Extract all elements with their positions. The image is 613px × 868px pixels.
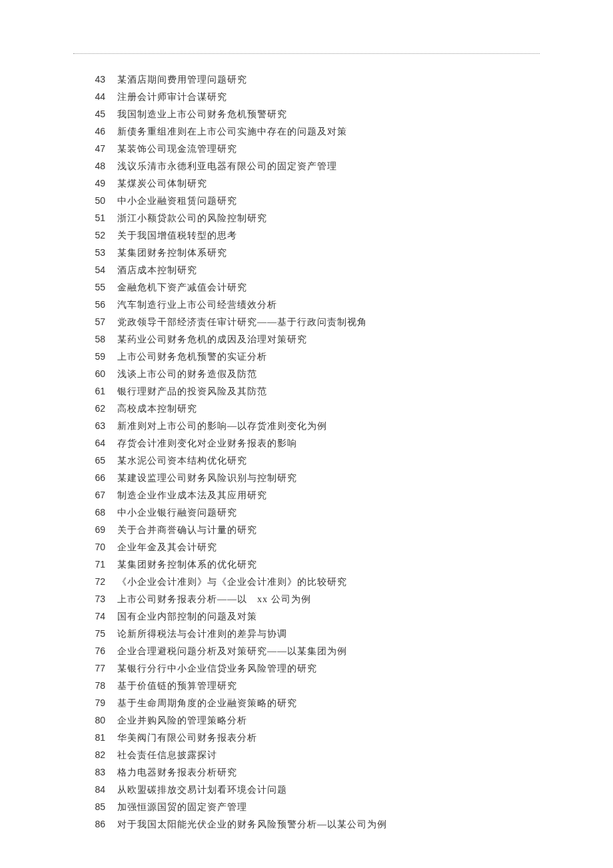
list-item: 60浅谈上市公司的财务造假及防范	[73, 365, 540, 382]
item-title: 某集团财务控制体系研究	[117, 244, 540, 262]
list-item: 80企业并购风险的管理策略分析	[73, 711, 540, 729]
item-number: 73	[73, 590, 117, 608]
list-item: 67制造企业作业成本法及其应用研究	[73, 486, 540, 504]
list-item: 51浙江小额贷款公司的风险控制研究	[73, 209, 540, 226]
item-title: 关于合并商誉确认与计量的研究	[117, 522, 540, 539]
list-item: 70企业年金及其会计研究	[73, 538, 540, 556]
item-number: 56	[73, 296, 117, 313]
item-number: 75	[73, 625, 117, 642]
item-number: 57	[73, 313, 117, 330]
item-title: 浙江小额贷款公司的风险控制研究	[117, 210, 540, 227]
list-item: 85加强恒源国贸的固定资产管理	[73, 798, 540, 815]
item-title: 上市公司财务报表分析――以 xx 公司为例	[117, 591, 540, 608]
item-number: 76	[73, 642, 117, 659]
item-number: 69	[73, 521, 117, 538]
item-title: 华美阀门有限公司财务报表分析	[117, 729, 540, 747]
list-item: 52关于我国增值税转型的思考	[73, 226, 540, 244]
item-title: 我国制造业上市公司财务危机预警研究	[117, 106, 540, 123]
item-title: 企业合理避税问题分析及对策研究——以某集团为例	[117, 643, 540, 660]
item-number: 81	[73, 729, 117, 746]
item-title: 存货会计准则变化对企业财务报表的影响	[117, 435, 540, 452]
list-item: 57党政领导干部经济责任审计研究——基于行政问责制视角	[73, 313, 540, 330]
list-item: 49某煤炭公司体制研究	[73, 175, 540, 192]
item-title: 企业年金及其会计研究	[117, 539, 540, 556]
item-number: 62	[73, 400, 117, 417]
item-number: 60	[73, 365, 117, 382]
list-item: 50中小企业融资租赁问题研究	[73, 192, 540, 209]
item-title: 注册会计师审计合谋研究	[117, 89, 540, 106]
item-number: 68	[73, 504, 117, 521]
item-title: 银行理财产品的投资风险及其防范	[117, 383, 540, 400]
item-title: 对于我国太阳能光伏企业的财务风险预警分析—以某公司为例	[117, 816, 540, 833]
item-title: 新准则对上市公司的影响—以存货准则变化为例	[117, 418, 540, 435]
item-title: 中小企业融资租赁问题研究	[117, 193, 540, 210]
item-title: 企业并购风险的管理策略分析	[117, 712, 540, 729]
item-title: 某煤炭公司体制研究	[117, 175, 540, 193]
item-number: 48	[73, 157, 117, 175]
item-number: 67	[73, 486, 117, 504]
item-number: 79	[73, 694, 117, 711]
item-title: 从欧盟碳排放交易计划看环境会计问题	[117, 781, 540, 799]
list-item: 44注册会计师审计合谋研究	[73, 88, 540, 105]
list-item: 86对于我国太阳能光伏企业的财务风险预警分析—以某公司为例	[73, 815, 540, 833]
item-number: 53	[73, 244, 117, 261]
item-number: 51	[73, 209, 117, 226]
list-item: 53某集团财务控制体系研究	[73, 244, 540, 261]
item-title: 某水泥公司资本结构优化研究	[117, 452, 540, 470]
topic-list: 43某酒店期间费用管理问题研究44注册会计师审计合谋研究45我国制造业上市公司财…	[73, 71, 540, 833]
item-title: 浅议乐清市永德利亚电器有限公司的固定资产管理	[117, 158, 540, 175]
list-item: 82社会责任信息披露探讨	[73, 746, 540, 763]
item-number: 83	[73, 763, 117, 781]
item-title: 关于我国增值税转型的思考	[117, 227, 540, 244]
list-item: 76企业合理避税问题分析及对策研究——以某集团为例	[73, 642, 540, 659]
item-number: 47	[73, 140, 117, 157]
item-number: 46	[73, 123, 117, 140]
item-title: 社会责任信息披露探讨	[117, 747, 540, 764]
item-title: 论新所得税法与会计准则的差异与协调	[117, 626, 540, 643]
item-number: 71	[73, 556, 117, 573]
item-title: 某酒店期间费用管理问题研究	[117, 71, 540, 89]
item-number: 64	[73, 434, 117, 452]
list-item: 75论新所得税法与会计准则的差异与协调	[73, 625, 540, 642]
item-number: 66	[73, 469, 117, 486]
item-title: 制造企业作业成本法及其应用研究	[117, 487, 540, 504]
item-number: 65	[73, 452, 117, 469]
item-number: 85	[73, 798, 117, 815]
list-item: 64存货会计准则变化对企业财务报表的影响	[73, 434, 540, 452]
item-title: 浅谈上市公司的财务造假及防范	[117, 366, 540, 383]
item-number: 63	[73, 417, 117, 434]
list-item: 43某酒店期间费用管理问题研究	[73, 71, 540, 88]
item-title: 新债务重组准则在上市公司实施中存在的问题及对策	[117, 123, 540, 141]
list-item: 68中小企业银行融资问题研究	[73, 504, 540, 521]
item-title: 某建设监理公司财务风险识别与控制研究	[117, 470, 540, 487]
list-item: 46新债务重组准则在上市公司实施中存在的问题及对策	[73, 123, 540, 140]
item-title: 上市公司财务危机预警的实证分析	[117, 348, 540, 366]
item-title: 某装饰公司现金流管理研究	[117, 141, 540, 158]
list-item: 65某水泥公司资本结构优化研究	[73, 452, 540, 469]
item-number: 52	[73, 226, 117, 244]
item-title: 党政领导干部经济责任审计研究——基于行政问责制视角	[117, 314, 540, 331]
item-title: 某集团财务控制体系的优化研究	[117, 556, 540, 574]
item-number: 45	[73, 105, 117, 123]
item-title: 某药业公司财务危机的成因及治理对策研究	[117, 331, 540, 348]
item-title: 某银行分行中小企业信贷业务风险管理的研究	[117, 660, 540, 677]
list-item: 79基于生命周期角度的企业融资策略的研究	[73, 694, 540, 711]
item-title: 酒店成本控制研究	[117, 262, 540, 279]
item-number: 86	[73, 815, 117, 833]
list-item: 84从欧盟碳排放交易计划看环境会计问题	[73, 781, 540, 798]
list-item: 71某集团财务控制体系的优化研究	[73, 556, 540, 573]
list-item: 69关于合并商誉确认与计量的研究	[73, 521, 540, 538]
item-number: 44	[73, 88, 117, 105]
item-number: 82	[73, 746, 117, 763]
list-item: 47某装饰公司现金流管理研究	[73, 140, 540, 157]
item-number: 84	[73, 781, 117, 798]
list-item: 72《小企业会计准则》与《企业会计准则》的比较研究	[73, 573, 540, 590]
list-item: 59上市公司财务危机预警的实证分析	[73, 348, 540, 365]
header-divider	[73, 53, 540, 54]
item-number: 54	[73, 261, 117, 278]
list-item: 58某药业公司财务危机的成因及治理对策研究	[73, 330, 540, 348]
item-number: 50	[73, 192, 117, 209]
list-item: 74国有企业内部控制的问题及对策	[73, 608, 540, 625]
list-item: 56汽车制造行业上市公司经营绩效分析	[73, 296, 540, 313]
item-number: 43	[73, 71, 117, 88]
